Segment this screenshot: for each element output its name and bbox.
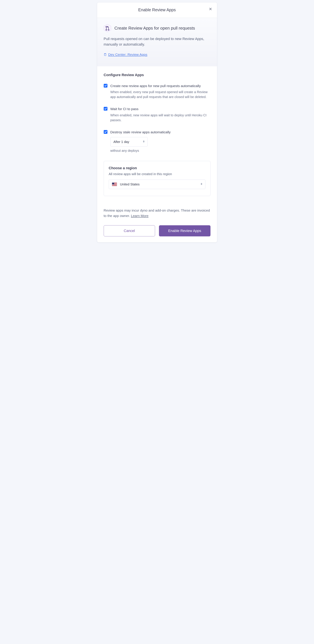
select-chevron-icon	[201, 183, 202, 186]
option-destroy-stale: Destroy stale review apps automatically …	[104, 130, 210, 153]
intro-panel: Create Review Apps for open pull request…	[97, 18, 217, 66]
svg-rect-11	[112, 183, 114, 184]
svg-rect-9	[112, 185, 117, 185]
dialog-footer: Review apps may incur dyno and add-on ch…	[97, 208, 217, 242]
select-chevron-icon	[143, 140, 145, 143]
option-description: When enabled, every new pull request ope…	[110, 90, 210, 99]
svg-rect-10	[112, 186, 117, 186]
checkbox-wait-ci[interactable]	[104, 107, 107, 110]
configure-heading: Configure Review Apps	[104, 72, 210, 78]
learn-more-link[interactable]: Learn More	[131, 214, 148, 218]
stale-duration-select[interactable]: After 1 day	[110, 137, 148, 146]
charges-note: Review apps may incur dyno and add-on ch…	[104, 208, 210, 218]
close-icon	[209, 7, 212, 11]
cancel-button[interactable]: Cancel	[104, 225, 155, 236]
option-auto-create: Create new review apps for new pull requ…	[104, 84, 210, 99]
check-icon	[104, 131, 107, 133]
option-title: Destroy stale review apps automatically	[110, 130, 210, 134]
close-button[interactable]	[207, 6, 213, 12]
dev-center-link[interactable]: Dev Center: Review Apps	[104, 52, 147, 57]
option-description: When enabled, new review apps will wait …	[110, 113, 210, 122]
dev-center-link-label: Dev Center: Review Apps	[108, 52, 147, 57]
checkbox-destroy-stale[interactable]	[104, 130, 107, 134]
stale-duration-value: After 1 day	[114, 140, 129, 144]
option-wait-ci: Wait for CI to pass When enabled, new re…	[104, 106, 210, 122]
region-select[interactable]: United States	[109, 180, 205, 189]
dialog-header: Enable Review Apps	[97, 2, 217, 18]
option-title: Create new review apps for new pull requ…	[110, 84, 210, 88]
region-heading: Choose a region	[109, 166, 205, 171]
svg-marker-0	[104, 24, 111, 32]
doc-icon	[104, 53, 107, 56]
intro-heading: Create Review Apps for open pull request…	[115, 25, 195, 31]
configure-section: Configure Review Apps Create new review …	[97, 66, 217, 208]
option-description: without any deploys	[110, 148, 210, 153]
option-title: Wait for CI to pass	[110, 106, 210, 111]
checkbox-auto-create[interactable]	[104, 84, 107, 88]
region-card: Choose a region All review apps will be …	[104, 161, 210, 196]
enable-review-apps-dialog: Enable Review Apps	[97, 2, 217, 242]
dialog-title: Enable Review Apps	[101, 7, 213, 13]
region-value: United States	[120, 182, 140, 186]
enable-review-apps-button[interactable]: Enable Review Apps	[159, 225, 210, 236]
charges-note-text: Review apps may incur dyno and add-on ch…	[104, 208, 210, 218]
check-icon	[104, 108, 107, 110]
check-icon	[104, 85, 107, 87]
region-sub: All review apps will be created in this …	[109, 172, 205, 176]
intro-description: Pull requests opened on can be deployed …	[104, 36, 210, 47]
us-flag-icon	[112, 182, 117, 186]
review-apps-hex-icon	[104, 24, 111, 32]
